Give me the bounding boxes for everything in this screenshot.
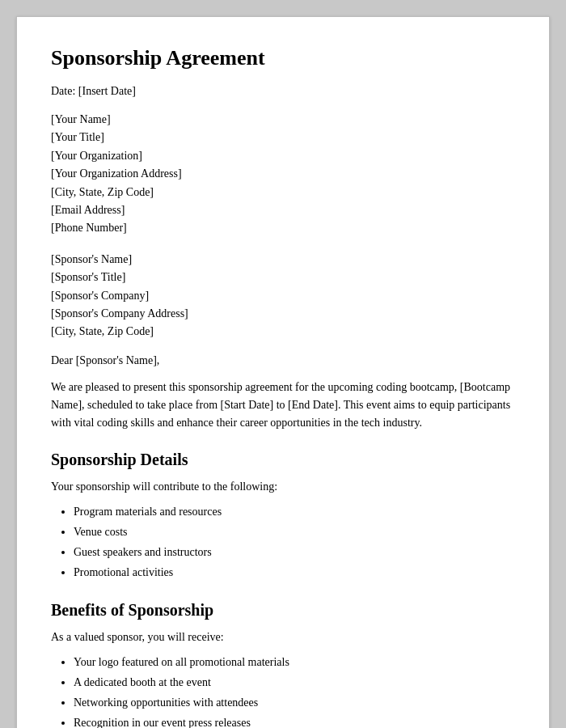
sponsorship-details-list: Program materials and resources Venue co… (74, 502, 515, 583)
recipient-company-address: [Sponsor's Company Address] (51, 305, 515, 323)
sender-city-state: [City, State, Zip Code] (51, 184, 515, 201)
salutation: Dear [Sponsor's Name], (51, 354, 515, 367)
recipient-name: [Sponsor's Name] (51, 251, 515, 269)
intro-paragraph: We are pleased to present this sponsorsh… (51, 379, 515, 433)
sender-title: [Your Title] (51, 129, 515, 146)
benefits-list: Your logo featured on all promotional ma… (74, 652, 515, 728)
sponsorship-details-intro: Your sponsorship will contribute to the … (51, 480, 515, 493)
list-item: Program materials and resources (74, 502, 515, 522)
sender-name: [Your Name] (51, 111, 515, 129)
recipient-company: [Sponsor's Company] (51, 287, 515, 305)
document-page: Sponsorship Agreement Date: [Insert Date… (16, 16, 550, 728)
list-item: Networking opportunities with attendees (74, 692, 515, 713)
list-item: Promotional activities (74, 562, 515, 582)
date-line: Date: [Insert Date] (51, 85, 515, 98)
sender-phone: [Phone Number] (51, 219, 515, 237)
sponsorship-details-title: Sponsorship Details (51, 451, 515, 469)
recipient-city-state: [City, State, Zip Code] (51, 323, 515, 341)
recipient-address-block: [Sponsor's Name] [Sponsor's Title] [Spon… (51, 251, 515, 341)
sender-address-block: [Your Name] [Your Title] [Your Organizat… (51, 111, 515, 238)
list-item: A dedicated booth at the event (74, 672, 515, 692)
list-item: Recognition in our event press releases (74, 713, 515, 728)
document-title: Sponsorship Agreement (51, 46, 515, 70)
list-item: Venue costs (74, 522, 515, 542)
list-item: Your logo featured on all promotional ma… (74, 652, 515, 672)
benefits-intro: As a valued sponsor, you will receive: (51, 631, 515, 644)
recipient-title: [Sponsor's Title] (51, 269, 515, 286)
benefits-title: Benefits of Sponsorship (51, 601, 515, 620)
list-item: Guest speakers and instructors (74, 542, 515, 562)
sender-org-address: [Your Organization Address] (51, 165, 515, 183)
sender-email: [Email Address] (51, 201, 515, 219)
sender-org: [Your Organization] (51, 147, 515, 165)
